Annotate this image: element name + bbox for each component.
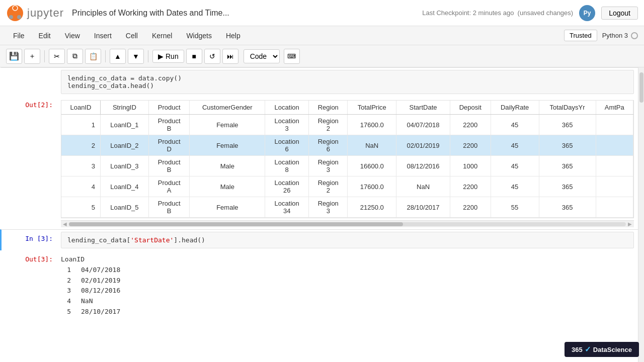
logout-button[interactable]: Logout bbox=[601, 7, 638, 20]
data-cell: Male bbox=[190, 176, 265, 197]
jupyter-icon bbox=[6, 4, 24, 22]
data-cell: Location 6 bbox=[265, 135, 309, 156]
th-deposit: Deposit bbox=[450, 101, 491, 115]
menubar: File Edit View Insert Cell Kernel Widget… bbox=[0, 26, 644, 45]
add-cell-button[interactable]: ＋ bbox=[24, 49, 40, 64]
save-button[interactable]: 💾 bbox=[6, 49, 22, 64]
data-cell: 45 bbox=[491, 115, 539, 135]
cut-button[interactable]: ✂ bbox=[49, 49, 65, 64]
data-cell: 365 bbox=[539, 197, 596, 218]
th-dailyrate: DailyRate bbox=[491, 101, 539, 115]
menu-help[interactable]: Help bbox=[219, 29, 248, 43]
code-snippet-3: lending_co_data['StartDate'].head() bbox=[61, 232, 634, 248]
main-content: lending_co_data = data.copy() lending_co… bbox=[0, 67, 644, 362]
paste-button[interactable]: 📋 bbox=[85, 49, 101, 64]
h-scrollbar[interactable]: ◀ ▶ bbox=[61, 220, 634, 227]
th-totalprice: TotalPrice bbox=[348, 101, 396, 115]
data-cell: Female bbox=[190, 197, 265, 218]
interrupt-button[interactable]: ■ bbox=[186, 49, 202, 64]
cell-type-select[interactable]: Code bbox=[244, 49, 280, 63]
data-cell: Location 34 bbox=[265, 197, 309, 218]
table-row: 1LoanID_1Product BFemaleLocation 3Region… bbox=[61, 115, 633, 135]
output-index: 2 bbox=[61, 276, 71, 286]
separator-3 bbox=[148, 50, 148, 62]
index-cell: 4 bbox=[61, 176, 100, 197]
restart-run-button[interactable]: ⏭ bbox=[222, 49, 238, 64]
th-startdate: StartDate bbox=[396, 101, 450, 115]
out2-label: Out[2]: bbox=[2, 96, 57, 229]
data-cell: Female bbox=[190, 135, 265, 156]
th-customergender: CustomerGender bbox=[190, 101, 265, 115]
data-cell: 45 bbox=[491, 156, 539, 176]
menu-insert[interactable]: Insert bbox=[87, 29, 119, 43]
output-index: 5 bbox=[61, 307, 71, 317]
output-value: 04/07/2018 bbox=[81, 265, 120, 276]
output-text-3: LoanID 104/07/2018202/01/2019308/12/2016… bbox=[61, 252, 634, 319]
data-cell: LoanID_3 bbox=[100, 156, 148, 176]
keyboard-button[interactable]: ⌨ bbox=[284, 49, 300, 64]
table-row: 2LoanID_2Product DFemaleLocation 6Region… bbox=[61, 135, 633, 156]
move-down-button[interactable]: ▼ bbox=[128, 49, 144, 64]
data-cell: Region 3 bbox=[309, 156, 348, 176]
data-cell bbox=[596, 115, 633, 135]
menu-edit[interactable]: Edit bbox=[32, 29, 58, 43]
data-cell: LoanID_1 bbox=[100, 115, 148, 135]
output-line: 202/01/2019 bbox=[61, 276, 634, 286]
scroll-left-arrow[interactable]: ◀ bbox=[63, 221, 67, 227]
menu-file[interactable]: File bbox=[6, 29, 32, 43]
data-cell: 08/12/2016 bbox=[396, 156, 450, 176]
notebook-title[interactable]: Principles of Working with Dates and Tim… bbox=[72, 9, 422, 18]
index-cell: 1 bbox=[61, 115, 100, 135]
copy-button[interactable]: ⧉ bbox=[67, 49, 83, 64]
code-string-startdate: 'StartDate' bbox=[130, 236, 174, 244]
scrollbar-thumb[interactable] bbox=[69, 222, 403, 226]
output-cell-2: Out[2]: LoanID StringID Product Customer… bbox=[0, 96, 638, 229]
data-cell: 365 bbox=[539, 115, 596, 135]
output-line: 308/12/2016 bbox=[61, 286, 634, 296]
data-cell: 04/07/2018 bbox=[396, 115, 450, 135]
scrollbar-track[interactable] bbox=[69, 222, 626, 226]
vertical-scrollbar[interactable] bbox=[638, 67, 644, 362]
data-cell: 21250.0 bbox=[348, 197, 396, 218]
output-loanid-header: LoanID bbox=[61, 254, 634, 265]
ds-badge-check: ✓ bbox=[585, 345, 591, 354]
data-cell bbox=[596, 176, 633, 197]
data-cell: Location 3 bbox=[265, 115, 309, 135]
topbar: jupyter Principles of Working with Dates… bbox=[0, 0, 644, 26]
th-product: Product bbox=[148, 101, 190, 115]
data-cell: 17600.0 bbox=[348, 115, 396, 135]
data-cell: NaN bbox=[348, 135, 396, 156]
table-row: 3LoanID_3Product BMaleLocation 8Region 3… bbox=[61, 156, 633, 176]
scroll-right-arrow[interactable]: ▶ bbox=[628, 221, 632, 227]
data-cell: Male bbox=[190, 156, 265, 176]
data-cell bbox=[596, 135, 633, 156]
in3-content[interactable]: lending_co_data['StartDate'].head() bbox=[57, 230, 638, 250]
table-header-row: LoanID StringID Product CustomerGender L… bbox=[61, 101, 633, 115]
scrollbar-thumb-vertical[interactable] bbox=[639, 72, 643, 103]
menu-view[interactable]: View bbox=[58, 29, 87, 43]
data-cell: LoanID_5 bbox=[100, 197, 148, 218]
svg-point-3 bbox=[17, 15, 21, 19]
ds-badge-name: DataScience bbox=[593, 346, 632, 353]
output-line: 528/10/2017 bbox=[61, 307, 634, 317]
th-totaldaysyr: TotalDaysYr bbox=[539, 101, 596, 115]
data-cell: Location 26 bbox=[265, 176, 309, 197]
output-line: 104/07/2018 bbox=[61, 265, 634, 276]
menu-kernel[interactable]: Kernel bbox=[145, 29, 179, 43]
menu-widgets[interactable]: Widgets bbox=[179, 29, 219, 43]
out3-content: LoanID 104/07/2018202/01/2019308/12/2016… bbox=[57, 250, 638, 321]
move-up-button[interactable]: ▲ bbox=[110, 49, 126, 64]
menu-cell[interactable]: Cell bbox=[119, 29, 145, 43]
python-version-label: Python 3 bbox=[602, 32, 628, 39]
restart-button[interactable]: ↺ bbox=[204, 49, 220, 64]
checkpoint-info: Last Checkpoint: 2 minutes ago (unsaved … bbox=[422, 9, 573, 17]
notebook-area: lending_co_data = data.copy() lending_co… bbox=[0, 67, 638, 362]
run-button[interactable]: ▶ Run bbox=[152, 50, 184, 63]
cell-code-2[interactable]: lending_co_data = data.copy() lending_co… bbox=[57, 68, 638, 96]
data-cell: 28/10/2017 bbox=[396, 197, 450, 218]
data-cell: Female bbox=[190, 115, 265, 135]
python-info: Python 3 bbox=[602, 32, 638, 39]
output-value: 02/01/2019 bbox=[81, 276, 120, 286]
run-icon: ▶ bbox=[158, 52, 164, 60]
data-cell: 16600.0 bbox=[348, 156, 396, 176]
